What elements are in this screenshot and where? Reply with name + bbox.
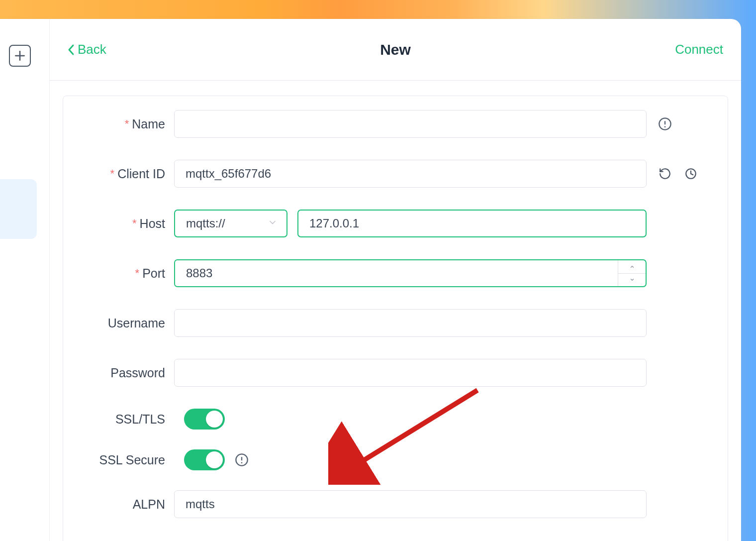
label-client-id: *Client ID [77, 167, 174, 181]
app-window: Back New Connect *Name *Client ID [0, 19, 741, 541]
password-input[interactable] [174, 359, 647, 387]
chevron-up-icon [629, 264, 636, 269]
port-field [174, 259, 647, 287]
label-host: *Host [77, 216, 174, 231]
connect-button[interactable]: Connect [675, 42, 723, 57]
ssl-tls-toggle[interactable] [184, 409, 225, 430]
protocol-value: mqtts:// [186, 216, 225, 230]
row-host: *Host mqtts:// [77, 210, 714, 237]
chevron-left-icon [68, 44, 75, 56]
svg-point-8 [241, 462, 243, 463]
port-step-down[interactable] [618, 274, 646, 287]
warning-icon [658, 116, 672, 131]
page-title: New [380, 41, 411, 58]
new-connection-button[interactable] [9, 45, 31, 67]
protocol-select[interactable]: mqtts:// [174, 210, 287, 237]
row-ssl-tls: SSL/TLS [77, 409, 714, 430]
back-label: Back [78, 42, 106, 57]
chevron-down-icon [268, 216, 278, 230]
port-step-up[interactable] [618, 260, 646, 274]
row-alpn: ALPN [77, 490, 714, 518]
name-input[interactable] [174, 110, 647, 138]
row-password: Password [77, 359, 714, 387]
back-button[interactable]: Back [68, 42, 106, 57]
host-input[interactable] [297, 210, 647, 237]
chevron-down-icon [629, 277, 636, 282]
username-input[interactable] [174, 309, 647, 337]
clock-icon[interactable] [683, 166, 698, 181]
left-rail [0, 19, 50, 541]
refresh-icon[interactable] [658, 166, 672, 181]
alpn-input[interactable] [174, 490, 647, 518]
label-ssl-secure: SSL Secure [77, 453, 174, 467]
row-ssl-secure: SSL Secure [77, 449, 714, 470]
port-stepper [618, 260, 646, 286]
main-content: Back New Connect *Name *Client ID [50, 19, 741, 541]
sidebar-selection-highlight [0, 179, 37, 239]
row-port: *Port [77, 259, 714, 287]
label-ssl-tls: SSL/TLS [77, 412, 174, 427]
client-id-input[interactable] [174, 160, 647, 188]
label-password: Password [77, 366, 174, 380]
label-name: *Name [77, 117, 174, 131]
svg-point-4 [664, 126, 666, 127]
warning-icon [235, 453, 249, 467]
label-username: Username [77, 316, 174, 330]
client-id-actions [658, 166, 698, 181]
row-username: Username [77, 309, 714, 337]
header-bar: Back New Connect [50, 19, 741, 81]
label-alpn: ALPN [77, 497, 174, 512]
plus-icon [13, 49, 26, 62]
label-port: *Port [77, 266, 174, 281]
ssl-secure-toggle[interactable] [184, 449, 225, 470]
row-client-id: *Client ID [77, 160, 714, 188]
port-input[interactable] [175, 260, 618, 286]
row-name: *Name [77, 110, 714, 138]
form-panel: *Name *Client ID [63, 96, 728, 541]
